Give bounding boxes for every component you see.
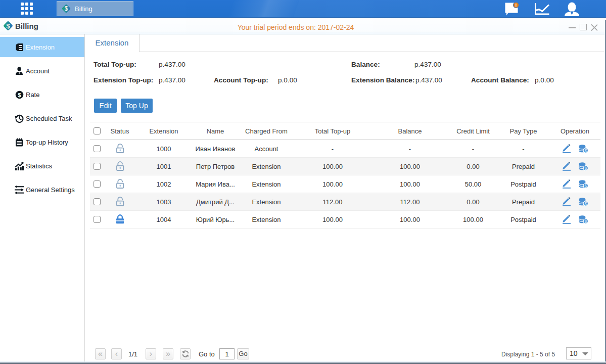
svg-text:$: $ [18,92,21,98]
svg-text:$: $ [585,165,587,170]
svg-text:$: $ [585,148,587,153]
svg-text:$: $ [585,183,587,188]
svg-text:$: $ [585,201,587,206]
svg-text:$: $ [585,218,587,223]
svg-text:$: $ [65,5,68,12]
svg-text:!: ! [516,3,517,8]
